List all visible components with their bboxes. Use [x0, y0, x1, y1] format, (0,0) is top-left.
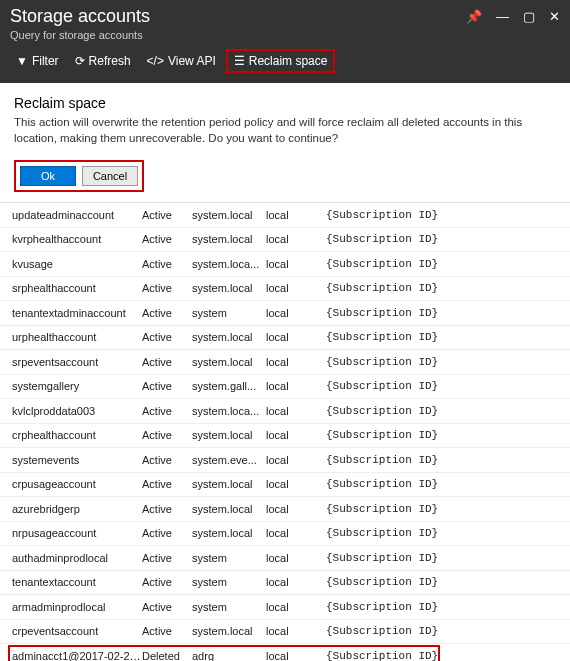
cell-location: local: [266, 258, 326, 270]
ok-button[interactable]: Ok: [20, 166, 76, 186]
table-row[interactable]: kvrphealthaccountActivesystem.locallocal…: [0, 228, 570, 253]
cell-status: Active: [142, 331, 192, 343]
cell-subscription: {Subscription ID}: [326, 282, 558, 294]
cell-name: srpeventsaccount: [12, 356, 142, 368]
cell-name: crpusageaccount: [12, 478, 142, 490]
cell-name: authadminprodlocal: [12, 552, 142, 564]
cell-location: local: [266, 429, 326, 441]
cell-subscription: {Subscription ID}: [326, 576, 558, 588]
cell-name: tenantextaccount: [12, 576, 142, 588]
cell-status: Active: [142, 429, 192, 441]
table-row[interactable]: systemeventsActivesystem.eve...local{Sub…: [0, 448, 570, 473]
cell-location: local: [266, 356, 326, 368]
cell-location: local: [266, 527, 326, 539]
cell-status: Active: [142, 552, 192, 564]
cell-subscription: {Subscription ID}: [326, 331, 558, 343]
dialog-buttons: Ok Cancel: [14, 160, 144, 192]
cell-status: Active: [142, 478, 192, 490]
close-icon[interactable]: ✕: [549, 9, 560, 24]
cell-status: Active: [142, 625, 192, 637]
table-row[interactable]: tenantextaccountActivesystemlocal{Subscr…: [0, 571, 570, 596]
reclaim-dialog: Reclaim space This action will overwrite…: [0, 83, 570, 203]
table-row[interactable]: srpeventsaccountActivesystem.locallocal{…: [0, 350, 570, 375]
cell-resource-group: adrg: [192, 650, 266, 661]
page-subtitle: Query for storage accounts: [10, 29, 560, 41]
table-row[interactable]: adminacct1@2017-02-22T18...Deletedadrglo…: [0, 644, 570, 661]
view-api-button[interactable]: </> View API: [141, 51, 222, 71]
cell-location: local: [266, 625, 326, 637]
table-row[interactable]: kvlclproddata003Activesystem.loca...loca…: [0, 399, 570, 424]
cell-status: Active: [142, 405, 192, 417]
filter-button[interactable]: ▼ Filter: [10, 51, 65, 71]
cell-name: updateadminaccount: [12, 209, 142, 221]
cell-subscription: {Subscription ID}: [326, 454, 558, 466]
cancel-button[interactable]: Cancel: [82, 166, 138, 186]
reclaim-space-button[interactable]: ☰ Reclaim space: [226, 49, 336, 73]
cell-location: local: [266, 209, 326, 221]
maximize-icon[interactable]: ▢: [523, 9, 535, 24]
cell-resource-group: system.gall...: [192, 380, 266, 392]
cell-resource-group: system: [192, 601, 266, 613]
cell-subscription: {Subscription ID}: [326, 503, 558, 515]
minimize-icon[interactable]: ―: [496, 9, 509, 24]
cell-resource-group: system: [192, 576, 266, 588]
cell-subscription: {Subscription ID}: [326, 356, 558, 368]
cell-resource-group: system.local: [192, 478, 266, 490]
cell-resource-group: system.local: [192, 209, 266, 221]
pin-icon[interactable]: 📌: [466, 9, 482, 24]
cell-name: kvusage: [12, 258, 142, 270]
cell-location: local: [266, 380, 326, 392]
table-row[interactable]: kvusageActivesystem.loca...local{Subscri…: [0, 252, 570, 277]
cell-subscription: {Subscription ID}: [326, 233, 558, 245]
table-row[interactable]: armadminprodlocalActivesystemlocal{Subsc…: [0, 595, 570, 620]
cell-subscription: {Subscription ID}: [326, 380, 558, 392]
cell-subscription: {Subscription ID}: [326, 601, 558, 613]
cell-location: local: [266, 405, 326, 417]
cell-resource-group: system.local: [192, 233, 266, 245]
cell-resource-group: system.loca...: [192, 405, 266, 417]
table-row[interactable]: srphealthaccountActivesystem.locallocal{…: [0, 277, 570, 302]
cell-location: local: [266, 650, 326, 661]
table-row[interactable]: crpusageaccountActivesystem.locallocal{S…: [0, 473, 570, 498]
cell-location: local: [266, 307, 326, 319]
table-row[interactable]: azurebridgerpActivesystem.locallocal{Sub…: [0, 497, 570, 522]
reclaim-icon: ☰: [234, 54, 245, 68]
dialog-body: This action will overwrite the retention…: [14, 115, 556, 146]
filter-icon: ▼: [16, 54, 28, 68]
cell-resource-group: system.local: [192, 503, 266, 515]
refresh-button[interactable]: ⟳ Refresh: [69, 51, 137, 71]
cell-location: local: [266, 478, 326, 490]
dialog-title: Reclaim space: [14, 95, 556, 111]
table-row[interactable]: crphealthaccountActivesystem.locallocal{…: [0, 424, 570, 449]
cell-subscription: {Subscription ID}: [326, 405, 558, 417]
cell-location: local: [266, 233, 326, 245]
table-row[interactable]: nrpusageaccountActivesystem.locallocal{S…: [0, 522, 570, 547]
cell-location: local: [266, 282, 326, 294]
cell-location: local: [266, 601, 326, 613]
cell-name: urphealthaccount: [12, 331, 142, 343]
cell-name: nrpusageaccount: [12, 527, 142, 539]
filter-label: Filter: [32, 54, 59, 68]
cell-name: crpeventsaccount: [12, 625, 142, 637]
table-row[interactable]: urphealthaccountActivesystem.locallocal{…: [0, 326, 570, 351]
cell-status: Active: [142, 527, 192, 539]
table-row[interactable]: tenantextadminaccountActivesystemlocal{S…: [0, 301, 570, 326]
refresh-icon: ⟳: [75, 54, 85, 68]
table-row[interactable]: systemgalleryActivesystem.gall...local{S…: [0, 375, 570, 400]
cell-status: Deleted: [142, 650, 192, 661]
cell-status: Active: [142, 380, 192, 392]
table-row[interactable]: updateadminaccountActivesystem.localloca…: [0, 203, 570, 228]
view-api-label: View API: [168, 54, 216, 68]
cell-subscription: {Subscription ID}: [326, 209, 558, 221]
cell-status: Active: [142, 282, 192, 294]
cell-status: Active: [142, 503, 192, 515]
cell-subscription: {Subscription ID}: [326, 478, 558, 490]
table-row[interactable]: authadminprodlocalActivesystemlocal{Subs…: [0, 546, 570, 571]
cell-name: kvlclproddata003: [12, 405, 142, 417]
toolbar: ▼ Filter ⟳ Refresh </> View API ☰ Reclai…: [10, 49, 560, 79]
table-row[interactable]: crpeventsaccountActivesystem.locallocal{…: [0, 620, 570, 645]
cell-resource-group: system.local: [192, 356, 266, 368]
storage-accounts-table: updateadminaccountActivesystem.localloca…: [0, 203, 570, 661]
cell-subscription: {Subscription ID}: [326, 307, 558, 319]
cell-location: local: [266, 503, 326, 515]
